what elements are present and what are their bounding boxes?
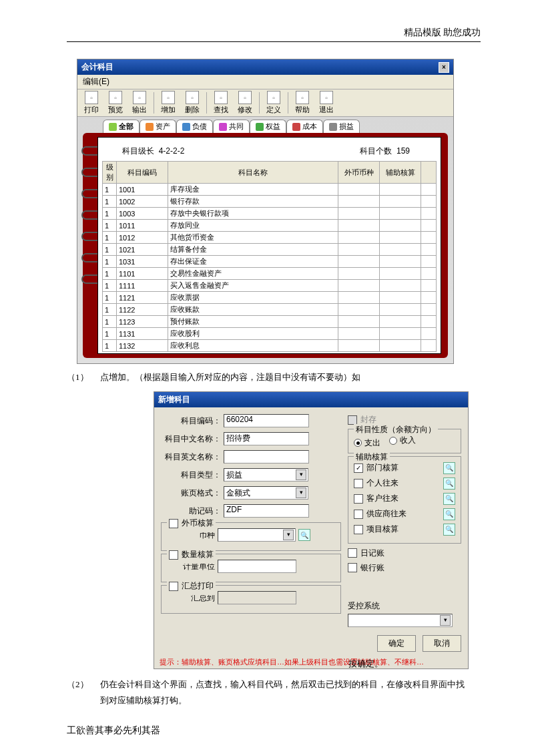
sys-select[interactable]: ▾ [348, 614, 453, 627]
tabs: 全部资产负债共同权益成本损益 [103, 120, 448, 133]
titlebar: 会计科目 × [77, 59, 453, 75]
toolbar-icon: ▫ [186, 91, 199, 104]
toolbar-退出[interactable]: ▫退出 [315, 91, 338, 115]
toolbar-输出[interactable]: ▫输出 [128, 91, 151, 115]
code-input[interactable]: 660204 [224, 414, 309, 427]
checkbox[interactable]: ✓ [354, 463, 363, 473]
table-row[interactable]: 11002银行存款 [103, 196, 437, 208]
table-row[interactable]: 11101交易性金融资产 [103, 268, 437, 280]
qty-checkbox[interactable] [169, 550, 178, 560]
tab-成本[interactable]: 成本 [286, 120, 323, 133]
subjects-table[interactable]: 级别 科目编码 科目名称 外币币种 辅助核算 11001库存现金11002银行存… [102, 161, 437, 352]
fc-select[interactable]: ▾ [218, 528, 296, 542]
radio-out[interactable]: 支出 [354, 437, 380, 449]
table-row[interactable]: 11111买入返售金融资产 [103, 280, 437, 292]
table-row[interactable]: 11012其他货币资金 [103, 232, 437, 244]
ename-input[interactable] [224, 450, 309, 463]
tab-损益[interactable]: 损益 [323, 120, 360, 133]
tab-权益[interactable]: 权益 [250, 120, 286, 133]
checkbox[interactable] [354, 479, 363, 488]
page-footer: 工欲善其事必先利其器 [67, 725, 481, 737]
table-row[interactable]: 11121应收票据 [103, 292, 437, 304]
aux-个人往来[interactable]: 个人往来🔍 [354, 478, 455, 490]
ok-button[interactable]: 确定 [377, 635, 416, 652]
search-icon[interactable]: 🔍 [443, 478, 455, 490]
table-row[interactable]: 11031存出保证金 [103, 256, 437, 268]
quantity-group: 数量核算 计量单位 [161, 554, 341, 582]
toolbar-查找[interactable]: ▫查找 [210, 91, 232, 115]
sum-checkbox[interactable] [169, 582, 178, 591]
table-row[interactable]: 11122应收账款 [103, 304, 437, 316]
checkbox[interactable] [354, 525, 363, 534]
chevron-down-icon: ▾ [296, 488, 306, 498]
checkbox[interactable] [354, 494, 363, 504]
table-row[interactable]: 11132应收利息 [103, 340, 437, 352]
page-header: 精品模版 助您成功 [67, 27, 481, 42]
label-sys: 受控系统 [348, 600, 461, 612]
tab-资产[interactable]: 资产 [140, 120, 176, 133]
search-icon[interactable]: 🔍 [443, 524, 455, 536]
aux-客户往来[interactable]: 客户往来🔍 [354, 493, 455, 505]
tab-icon [182, 123, 190, 131]
dialog-title: 新增科目 [158, 394, 190, 405]
diary-checkbox[interactable] [348, 548, 357, 558]
toolbar-icon: ▫ [109, 91, 122, 104]
close-icon[interactable]: × [439, 62, 449, 73]
search-icon[interactable]: 🔍 [443, 508, 455, 520]
label-mnem: 助记码： [161, 506, 224, 517]
cname-input[interactable]: 招待费 [224, 432, 309, 445]
toolbar-增加[interactable]: ▫增加 [157, 91, 180, 115]
qty-input[interactable] [218, 560, 296, 573]
label-ename: 科目英文名称： [161, 451, 224, 463]
summary-print-group: 汇总打印 汇总到 [161, 585, 341, 614]
titlebar: 新增科目 [154, 392, 468, 407]
checkbox[interactable] [354, 510, 363, 519]
mnem-input[interactable]: ZDF [224, 504, 309, 518]
toolbar-打印[interactable]: ▫打印 [80, 91, 103, 115]
label-type: 科目类型： [161, 469, 224, 481]
search-icon[interactable]: 🔍 [443, 462, 455, 474]
table-row[interactable]: 11011存放同业 [103, 220, 437, 232]
toolbar: ▫打印▫预览▫输出▫增加▫删除▫查找▫修改▫定义▫帮助▫退出 [77, 89, 453, 117]
toolbar-帮助[interactable]: ▫帮助 [291, 91, 314, 115]
toolbar-icon: ▫ [320, 91, 333, 104]
toolbar-icon: ▫ [133, 91, 146, 104]
toolbar-修改[interactable]: ▫修改 [234, 91, 256, 115]
aux-项目核算[interactable]: 项目核算🔍 [354, 524, 455, 536]
search-icon[interactable]: 🔍 [443, 493, 455, 505]
bank-checkbox[interactable] [348, 563, 357, 572]
table-row[interactable]: 11001库存现金 [103, 184, 437, 196]
tab-icon [292, 123, 300, 131]
search-icon[interactable]: 🔍 [298, 529, 310, 541]
window-title: 会计科目 [81, 61, 113, 73]
tab-icon [219, 123, 227, 131]
toolbar-定义[interactable]: ▫定义 [262, 91, 285, 115]
table-row[interactable]: 11021结算备付金 [103, 244, 437, 256]
cancel-button[interactable]: 取消 [423, 635, 461, 652]
instruction-2: （2）仍在会计科目这个界面，点查找，输入科目代码，然后双击已找到的科目，在修改科… [67, 677, 481, 708]
aux-供应商往来[interactable]: 供应商往来🔍 [354, 508, 455, 520]
table-row[interactable]: 11003存放中央银行款项 [103, 208, 437, 220]
menu-edit[interactable]: 编辑(E) [77, 75, 453, 89]
tab-负债[interactable]: 负债 [176, 120, 213, 133]
tab-icon [256, 123, 264, 131]
toolbar-icon: ▫ [85, 91, 98, 104]
toolbar-预览[interactable]: ▫预览 [104, 91, 127, 115]
label-page: 账页格式： [161, 488, 224, 499]
page-select[interactable]: 金额式▾ [224, 486, 308, 500]
tab-全部[interactable]: 全部 [103, 120, 140, 133]
table-row[interactable]: 11123预付账款 [103, 316, 437, 328]
aux-部门核算[interactable]: ✓部门核算🔍 [354, 462, 455, 474]
type-select[interactable]: 损益▾ [224, 468, 308, 482]
instruction-1: （1）点增加。（根据题目输入所对应的内容，注题目中没有请不要动）如 [67, 369, 481, 385]
col-aux: 辅助核算 [380, 162, 421, 184]
radio-in[interactable]: 收入 [389, 435, 416, 446]
table-row[interactable]: 11131应收股利 [103, 328, 437, 340]
chevron-down-icon: ▾ [296, 469, 306, 480]
seal-checkbox [348, 415, 357, 425]
tab-共同[interactable]: 共同 [213, 120, 250, 133]
toolbar-删除[interactable]: ▫删除 [181, 91, 204, 115]
col-currency: 外币币种 [338, 162, 380, 184]
fc-checkbox[interactable] [169, 519, 178, 528]
label-code: 科目编码： [161, 415, 224, 427]
